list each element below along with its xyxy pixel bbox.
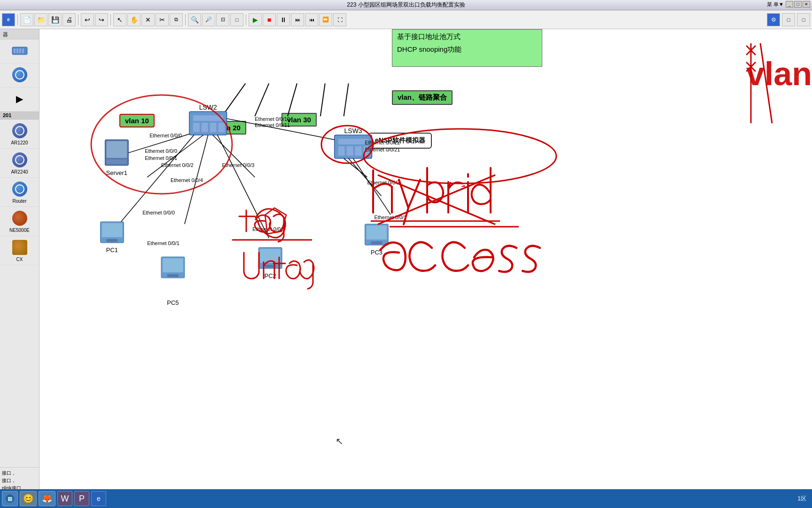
svg-rect-67 (371, 241, 382, 244)
ar2240-label: AR2240 (11, 169, 28, 175)
sidebar-item-router2[interactable] (0, 64, 39, 87)
minimize-button[interactable]: _ (786, 1, 793, 8)
svg-text:Ethernet 0/0/0: Ethernet 0/0/0 (149, 133, 182, 138)
ar2240-icon-box (11, 151, 28, 168)
window-title: 223 小型园区组网场景双出口负载均衡配置实验 (347, 1, 465, 9)
svg-rect-26 (106, 159, 127, 164)
svg-rect-45 (106, 239, 117, 242)
toolbar-separator-3 (110, 14, 111, 25)
svg-text:LSW3: LSW3 (344, 127, 362, 135)
svg-rect-55 (265, 265, 276, 268)
delete-button[interactable]: ✕ (141, 13, 155, 26)
cx-icon-box (11, 239, 28, 256)
pointer-button[interactable]: ↖ (113, 13, 126, 26)
svg-rect-44 (102, 223, 123, 237)
info-text: 接口，接口，plink接口， (2, 470, 26, 491)
ne5000e-icon-box (11, 210, 28, 227)
toolbar-right-btn2[interactable]: □ (797, 13, 810, 26)
svg-rect-3 (19, 48, 21, 53)
svg-text:Ethernet 0/0/1: Ethernet 0/0/1 (252, 226, 285, 232)
sidebar-item-switch[interactable] (0, 40, 39, 64)
taskbar-app1[interactable]: 😊 (20, 491, 37, 506)
open-button[interactable]: 📁 (34, 13, 47, 26)
system-tray: 1区 (797, 495, 810, 503)
svg-text:Ethernet 0/0/1: Ethernet 0/0/1 (147, 240, 180, 246)
taskbar-app2-icon: 🦊 (42, 493, 52, 504)
router2-icon-box (11, 66, 28, 83)
back-button[interactable]: ⏮ (305, 13, 318, 26)
hand-button[interactable]: ✋ (127, 13, 141, 26)
taskbar-app4[interactable]: P (74, 491, 89, 506)
svg-rect-20 (347, 146, 353, 156)
toolbar-separator-5 (246, 14, 246, 25)
svg-line-42 (218, 135, 269, 238)
menu-area[interactable]: 菜 单▼ (767, 1, 784, 8)
svg-line-59 (349, 159, 382, 196)
sidebar-section-title: 器 (0, 29, 39, 40)
svg-rect-2 (16, 48, 18, 53)
print-button[interactable]: 🖨 (62, 13, 76, 26)
mouse-cursor: ↖ (336, 436, 344, 447)
actual-size-button[interactable]: □ (230, 13, 243, 26)
sidebar-item-ar1220[interactable]: AR1220 (0, 119, 39, 149)
svg-line-8 (320, 83, 325, 116)
svg-text:Ethernet 0/0/1: Ethernet 0/0/1 (374, 214, 406, 220)
svg-text:Ethernet 0/0/10: Ethernet 0/0/10 (255, 116, 290, 122)
step-button[interactable]: ⏭ (291, 13, 304, 26)
save-button[interactable]: 💾 (48, 13, 62, 26)
redo-button[interactable]: ↪ (95, 13, 108, 26)
svg-text:Ethernet 0/0/21: Ethernet 0/0/21 (365, 147, 400, 152)
svg-rect-4 (22, 48, 24, 53)
taskbar-app3[interactable]: W (57, 491, 72, 506)
start-button[interactable]: ⊞ (2, 491, 18, 506)
undo-button[interactable]: ↩ (81, 13, 94, 26)
toolbar-right-btn1[interactable]: □ (782, 13, 795, 26)
svg-rect-12 (193, 123, 200, 132)
stop-button[interactable]: ■ (263, 13, 276, 26)
window-controls[interactable]: _ □ ✕ (786, 1, 810, 8)
menu-label: 菜 单▼ (767, 1, 784, 7)
svg-line-7 (288, 83, 297, 116)
toolbar-app-icon[interactable]: e (2, 13, 15, 26)
fit-button[interactable]: ⊡ (216, 13, 229, 26)
sidebar-item-router[interactable]: Router (0, 178, 39, 207)
svg-text:PC2: PC2 (265, 272, 276, 279)
settings-icon[interactable]: ⚙ (767, 13, 780, 26)
fullscreen-button[interactable]: ⛶ (333, 13, 346, 26)
svg-rect-15 (219, 123, 225, 132)
close-button[interactable]: ✕ (803, 1, 810, 8)
taskbar: ⊞ 😊 🦊 W P e 1区 (0, 489, 812, 508)
cx-label: CX (16, 257, 23, 262)
network-diagram: LSW2 LSW3 Server1 Ethernet 0/0/0 Etherne… (39, 29, 812, 494)
router-icon-box (11, 181, 28, 198)
svg-text:Ethernet 0/0/3: Ethernet 0/0/3 (222, 162, 255, 168)
ar2240-icon (12, 152, 27, 167)
sidebar-item-ne5000e[interactable]: NE5000E (0, 207, 39, 236)
pause-button[interactable]: ⏸ (277, 13, 290, 26)
taskbar-app3-icon: W (61, 494, 69, 504)
copy-button[interactable]: ⧉ (170, 13, 183, 26)
svg-rect-21 (355, 146, 362, 156)
play-button[interactable]: ▶ (249, 13, 262, 26)
taskbar-app5[interactable]: e (91, 491, 106, 506)
forward-button[interactable]: ⏩ (319, 13, 332, 26)
svg-rect-54 (260, 249, 281, 263)
canvas-area[interactable]: 基于接口地址池万式 DHCP snooping功能 vlan 10 vlan 2… (39, 29, 812, 494)
titlebar: 223 小型园区组网场景双出口负载均衡配置实验 菜 单▼ _ □ ✕ (0, 0, 812, 10)
zoom-in-button[interactable]: 🔍 (188, 13, 201, 26)
sidebar-item-cx[interactable]: CX (0, 236, 39, 265)
svg-text:Ethernet 0/0/11: Ethernet 0/0/11 (255, 122, 290, 128)
ne5000e-icon (12, 211, 27, 226)
svg-line-60 (353, 159, 391, 215)
sidebar-item-ar2240[interactable]: AR2240 (0, 149, 39, 178)
cut-button[interactable]: ✂ (156, 13, 169, 26)
svg-rect-49 (163, 258, 183, 272)
maximize-button[interactable]: □ (794, 1, 802, 8)
taskbar-app2[interactable]: 🦊 (39, 491, 55, 506)
sidebar-item-arrow[interactable]: ▶ (0, 87, 39, 111)
svg-rect-66 (366, 225, 387, 239)
new-button[interactable]: 📄 (20, 13, 33, 26)
zoom-out-button[interactable]: 🔎 (202, 13, 215, 26)
ne5000e-label: NE5000E (9, 228, 30, 233)
svg-text:Ethernet 0/0/0: Ethernet 0/0/0 (142, 210, 175, 215)
